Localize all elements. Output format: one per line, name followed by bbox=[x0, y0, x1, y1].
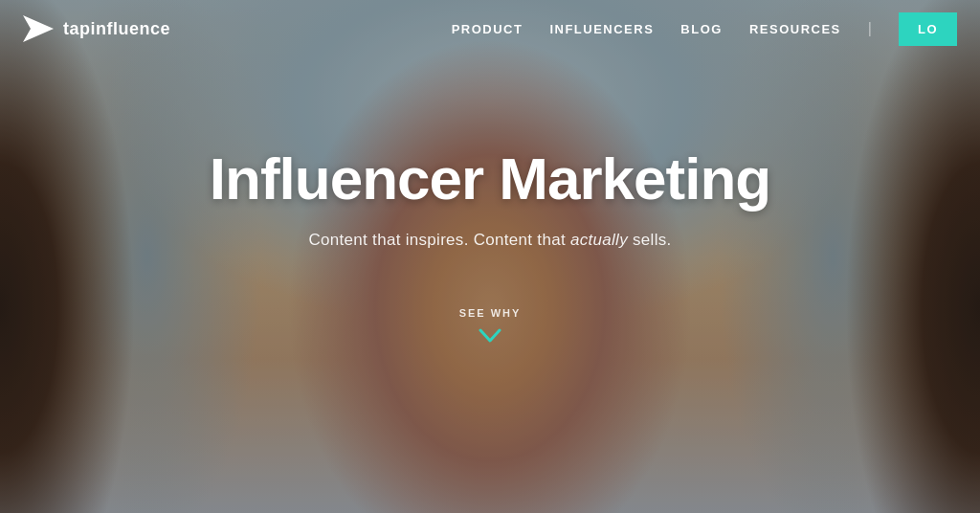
hero-section: tapinfluence PRODUCT INFLUENCERS BLOG RE… bbox=[0, 0, 980, 513]
hero-content: Influencer Marketing Content that inspir… bbox=[0, 0, 980, 513]
hero-subtitle: Content that inspires. Content that actu… bbox=[308, 231, 671, 250]
hero-subtitle-plain: Content that inspires. Content that bbox=[308, 231, 570, 249]
svg-marker-0 bbox=[23, 15, 54, 42]
nav-divider: | bbox=[868, 20, 872, 37]
brand-name: tapinfluence bbox=[63, 19, 170, 39]
chevron-down-icon[interactable] bbox=[479, 326, 501, 347]
nav-item-influencers[interactable]: INFLUENCERS bbox=[549, 22, 654, 36]
navbar: tapinfluence PRODUCT INFLUENCERS BLOG RE… bbox=[0, 0, 980, 57]
hero-title: Influencer Marketing bbox=[210, 146, 770, 212]
nav-item-product[interactable]: PRODUCT bbox=[452, 22, 523, 36]
nav-item-resources[interactable]: RESOURCES bbox=[749, 22, 841, 36]
nav-item-blog[interactable]: BLOG bbox=[680, 22, 723, 36]
hero-subtitle-end: sells. bbox=[628, 231, 672, 249]
nav-menu: PRODUCT INFLUENCERS BLOG RESOURCES | LO bbox=[452, 12, 957, 46]
brand[interactable]: tapinfluence bbox=[23, 15, 170, 42]
see-why-label: SEE WHY bbox=[459, 307, 522, 319]
see-why-section[interactable]: SEE WHY bbox=[459, 307, 522, 347]
nav-cta-button[interactable]: LO bbox=[899, 12, 957, 46]
brand-logo-icon bbox=[23, 15, 54, 42]
hero-subtitle-italic: actually bbox=[570, 231, 628, 249]
